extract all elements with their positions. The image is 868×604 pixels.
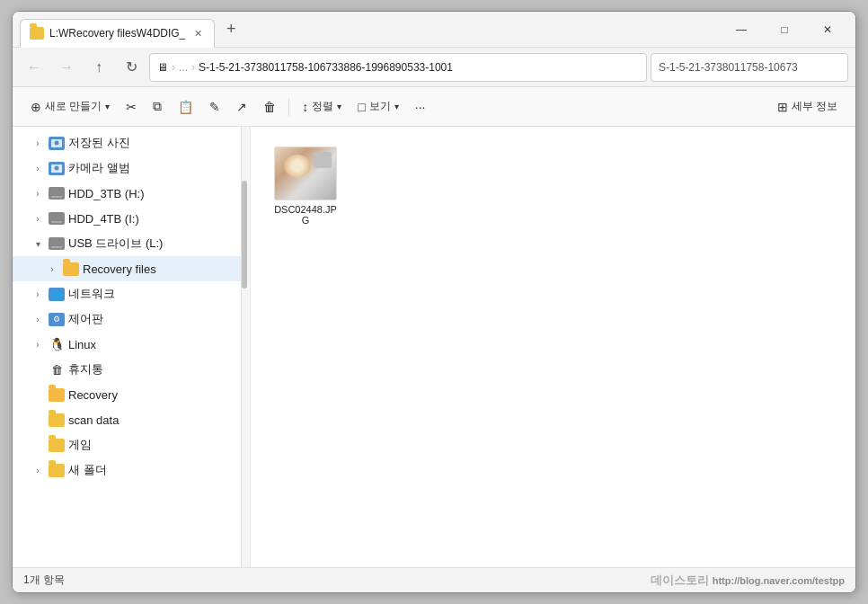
sidebar-item-usb[interactable]: USB 드라이브 (L:) bbox=[13, 231, 241, 256]
folder-icon-recovery bbox=[63, 262, 79, 276]
sidebar-scrollbar bbox=[242, 127, 251, 567]
tab-area: L:WRecovery filesW4DDIG_ ✕ + bbox=[20, 12, 721, 47]
control-icon: ⚙ bbox=[49, 313, 65, 326]
minimize-button[interactable]: — bbox=[721, 15, 762, 44]
chevron-icon bbox=[31, 161, 45, 175]
sidebar-item-recovery-folder[interactable]: Recovery bbox=[13, 382, 241, 407]
refresh-button[interactable]: ↻ bbox=[117, 53, 146, 82]
share-button[interactable]: ↗ bbox=[229, 93, 254, 121]
chevron-icon bbox=[31, 211, 45, 226]
sidebar-label-network: 네트워크 bbox=[68, 286, 115, 302]
tab-label: L:WRecovery filesW4DDIG_ bbox=[49, 27, 185, 40]
copy-button[interactable]: ⧉ bbox=[146, 93, 169, 121]
address-right-text: S-1-5-21-3738011758-10673 bbox=[659, 61, 798, 74]
delete-icon: 🗑 bbox=[263, 100, 276, 114]
new-chevron-icon: ▾ bbox=[105, 102, 110, 111]
up-button[interactable]: ↑ bbox=[84, 53, 113, 82]
back-button[interactable]: ← bbox=[20, 53, 49, 82]
sidebar-item-saved-photos[interactable]: 저장된 사진 bbox=[13, 130, 241, 155]
explorer-window: L:WRecovery filesW4DDIG_ ✕ + — □ ✕ ← → ↑… bbox=[12, 11, 856, 593]
folder-icon-rec bbox=[49, 388, 65, 402]
sidebar-label-recycle: 휴지통 bbox=[68, 361, 103, 378]
addressbar: ← → ↑ ↻ 🖥 › ... › S-1-5-21-3738011758-10… bbox=[13, 48, 855, 87]
recycle-icon: 🗑 bbox=[49, 361, 65, 378]
linux-icon: 🐧 bbox=[49, 336, 65, 352]
folder-icon-game bbox=[49, 439, 65, 452]
chevron-icon bbox=[31, 136, 45, 150]
share-icon: ↗ bbox=[236, 100, 247, 114]
sort-chevron-icon: ▾ bbox=[337, 102, 341, 111]
chevron-icon bbox=[31, 312, 45, 326]
sidebar-item-linux[interactable]: 🐧 Linux bbox=[13, 332, 241, 357]
breadcrumb[interactable]: 🖥 › ... › S-1-5-21-3738011758-106733886-… bbox=[149, 53, 647, 82]
maximize-button[interactable]: □ bbox=[764, 15, 805, 44]
forward-button[interactable]: → bbox=[52, 53, 81, 82]
file-name: DSC02448.JPG bbox=[270, 204, 341, 226]
file-thumbnail bbox=[274, 147, 337, 200]
toolbar: ⊕ 새로 만들기 ▾ ✂ ⧉ 📋 ✎ ↗ 🗑 ↕ 정렬 ▾ □ 보기 bbox=[13, 87, 855, 127]
sidebar-label-camera-album: 카메라 앨범 bbox=[68, 160, 130, 176]
svg-point-3 bbox=[55, 166, 59, 171]
more-button[interactable]: ··· bbox=[408, 93, 433, 121]
new-label: 새로 만들기 bbox=[45, 99, 102, 114]
sidebar-label-newfolder: 새 폴더 bbox=[68, 462, 107, 478]
rename-icon: ✎ bbox=[209, 100, 220, 114]
sidebar-label-controlpanel: 제어판 bbox=[68, 311, 103, 327]
titlebar: L:WRecovery filesW4DDIG_ ✕ + — □ ✕ bbox=[13, 12, 855, 48]
sidebar-label-game: 게임 bbox=[68, 437, 92, 453]
sidebar-item-game[interactable]: 게임 bbox=[13, 432, 241, 457]
sidebar-item-recovery-files[interactable]: Recovery files bbox=[13, 256, 241, 281]
breadcrumb-path: S-1-5-21-3738011758-106733886-1996890533… bbox=[199, 61, 453, 74]
file-area: DSC02448.JPG bbox=[251, 127, 855, 567]
new-button[interactable]: ⊕ 새로 만들기 ▾ bbox=[23, 93, 117, 121]
chevron-icon bbox=[31, 236, 45, 251]
sidebar-label-linux: Linux bbox=[68, 338, 96, 351]
paste-icon: 📋 bbox=[178, 100, 193, 114]
new-tab-button[interactable]: + bbox=[218, 17, 244, 42]
sidebar-item-camera-album[interactable]: 카메라 앨범 bbox=[13, 155, 241, 181]
photo-icon bbox=[49, 137, 65, 150]
sidebar-item-network[interactable]: 🌐 네트워크 bbox=[13, 281, 241, 306]
camera-icon bbox=[49, 162, 65, 175]
file-item-dsc02448[interactable]: DSC02448.JPG bbox=[265, 141, 346, 231]
active-tab[interactable]: L:WRecovery filesW4DDIG_ ✕ bbox=[20, 19, 215, 48]
tab-close-button[interactable]: ✕ bbox=[190, 26, 205, 40]
sidebar-item-controlpanel[interactable]: ⚙ 제어판 bbox=[13, 306, 241, 332]
breadcrumb-separator: › bbox=[172, 61, 175, 74]
paste-button[interactable]: 📋 bbox=[171, 93, 200, 121]
sidebar-item-hdd3tb[interactable]: HDD_3TB (H:) bbox=[13, 181, 241, 206]
sidebar-label-recovery-files: Recovery files bbox=[83, 262, 156, 276]
sidebar-item-recycle[interactable]: 🗑 휴지통 bbox=[13, 357, 241, 382]
sidebar-item-hdd4tb[interactable]: HDD_4TB (I:) bbox=[13, 206, 241, 231]
close-button[interactable]: ✕ bbox=[807, 15, 848, 44]
chevron-icon bbox=[45, 262, 59, 276]
network-icon: 🌐 bbox=[49, 288, 65, 301]
sidebar-item-newfolder[interactable]: 새 폴더 bbox=[13, 457, 241, 483]
new-icon: ⊕ bbox=[31, 100, 41, 114]
breadcrumb-dots: ... bbox=[179, 61, 188, 74]
view-chevron-icon: ▾ bbox=[394, 102, 399, 111]
cut-button[interactable]: ✂ bbox=[119, 93, 144, 121]
delete-button[interactable]: 🗑 bbox=[256, 93, 283, 121]
more-icon: ··· bbox=[415, 100, 426, 114]
scrollbar-thumb[interactable] bbox=[242, 181, 247, 289]
view-button[interactable]: □ 보기 ▾ bbox=[350, 93, 405, 121]
chevron-icon bbox=[31, 287, 45, 301]
sidebar-item-scandata[interactable]: scan data bbox=[13, 407, 241, 432]
statusbar-right: 데이스토리 http://blog.naver.com/testpp bbox=[651, 573, 845, 589]
watermark-text: 데이스토리 http://blog.naver.com/testpp bbox=[651, 573, 845, 589]
rename-button[interactable]: ✎ bbox=[202, 93, 227, 121]
sidebar-label-saved-photos: 저장된 사진 bbox=[68, 135, 130, 151]
statusbar: 1개 항목 데이스토리 http://blog.naver.com/testpp bbox=[13, 567, 855, 592]
copy-icon: ⧉ bbox=[153, 99, 162, 114]
detail-button[interactable]: ⊞ 세부 정보 bbox=[770, 93, 845, 121]
detail-label: 세부 정보 bbox=[792, 99, 837, 114]
sort-button[interactable]: ↕ 정렬 ▾ bbox=[295, 93, 349, 121]
sidebar-label-hdd4tb: HDD_4TB (I:) bbox=[68, 212, 139, 226]
chevron-icon bbox=[31, 463, 45, 477]
view-icon: □ bbox=[358, 100, 365, 114]
cut-icon: ✂ bbox=[126, 100, 137, 114]
sidebar-label-recovery: Recovery bbox=[68, 388, 118, 402]
address-right: S-1-5-21-3738011758-10673 bbox=[651, 53, 848, 82]
sidebar: 저장된 사진 카메라 앨범 HDD_3TB (H:) HDD_4TB ( bbox=[13, 127, 242, 567]
